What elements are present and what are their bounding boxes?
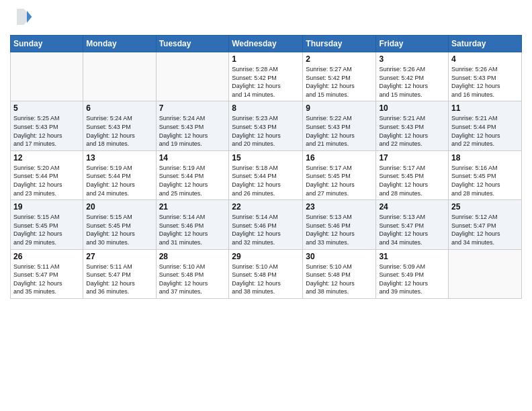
day-number: 2 bbox=[306, 54, 373, 64]
day-info: Sunrise: 5:23 AM Sunset: 5:43 PM Dayligh… bbox=[232, 114, 300, 148]
calendar-cell: 16Sunrise: 5:17 AM Sunset: 5:45 PM Dayli… bbox=[303, 150, 376, 199]
weekday-header-thursday: Thursday bbox=[303, 36, 376, 52]
calendar-cell: 24Sunrise: 5:13 AM Sunset: 5:47 PM Dayli… bbox=[376, 200, 449, 249]
day-info: Sunrise: 5:24 AM Sunset: 5:43 PM Dayligh… bbox=[159, 114, 226, 148]
day-info: Sunrise: 5:18 AM Sunset: 5:44 PM Dayligh… bbox=[232, 164, 300, 197]
weekday-header-tuesday: Tuesday bbox=[156, 36, 229, 52]
day-info: Sunrise: 5:24 AM Sunset: 5:43 PM Dayligh… bbox=[86, 114, 152, 148]
calendar-cell bbox=[83, 52, 156, 101]
day-number: 18 bbox=[451, 153, 519, 163]
day-info: Sunrise: 5:14 AM Sunset: 5:46 PM Dayligh… bbox=[159, 213, 226, 246]
day-number: 29 bbox=[232, 252, 300, 261]
day-info: Sunrise: 5:16 AM Sunset: 5:45 PM Dayligh… bbox=[451, 164, 519, 197]
calendar-cell: 23Sunrise: 5:13 AM Sunset: 5:46 PM Dayli… bbox=[303, 200, 376, 249]
day-number: 10 bbox=[379, 103, 445, 113]
day-number: 25 bbox=[451, 202, 519, 212]
day-info: Sunrise: 5:28 AM Sunset: 5:42 PM Dayligh… bbox=[232, 65, 300, 99]
calendar-cell: 2Sunrise: 5:27 AM Sunset: 5:42 PM Daylig… bbox=[303, 52, 376, 101]
calendar-cell: 8Sunrise: 5:23 AM Sunset: 5:43 PM Daylig… bbox=[229, 101, 303, 150]
calendar-cell bbox=[11, 52, 83, 101]
day-info: Sunrise: 5:26 AM Sunset: 5:42 PM Dayligh… bbox=[379, 65, 445, 99]
day-info: Sunrise: 5:09 AM Sunset: 5:49 PM Dayligh… bbox=[379, 263, 445, 296]
header bbox=[10, 7, 522, 30]
calendar-cell: 13Sunrise: 5:19 AM Sunset: 5:44 PM Dayli… bbox=[83, 150, 156, 199]
day-info: Sunrise: 5:26 AM Sunset: 5:43 PM Dayligh… bbox=[451, 65, 519, 99]
day-number: 28 bbox=[159, 252, 226, 261]
calendar-cell: 27Sunrise: 5:11 AM Sunset: 5:47 PM Dayli… bbox=[83, 249, 156, 298]
day-info: Sunrise: 5:11 AM Sunset: 5:47 PM Dayligh… bbox=[13, 263, 80, 296]
day-number: 3 bbox=[379, 54, 445, 64]
calendar-cell: 7Sunrise: 5:24 AM Sunset: 5:43 PM Daylig… bbox=[156, 101, 229, 150]
calendar-cell: 6Sunrise: 5:24 AM Sunset: 5:43 PM Daylig… bbox=[83, 101, 156, 150]
day-info: Sunrise: 5:20 AM Sunset: 5:44 PM Dayligh… bbox=[13, 164, 80, 197]
calendar-cell: 29Sunrise: 5:10 AM Sunset: 5:48 PM Dayli… bbox=[229, 249, 303, 298]
day-number: 14 bbox=[159, 153, 226, 163]
calendar-cell: 28Sunrise: 5:10 AM Sunset: 5:48 PM Dayli… bbox=[156, 249, 229, 298]
calendar-cell: 10Sunrise: 5:21 AM Sunset: 5:43 PM Dayli… bbox=[376, 101, 449, 150]
calendar-cell: 4Sunrise: 5:26 AM Sunset: 5:43 PM Daylig… bbox=[449, 52, 522, 101]
day-info: Sunrise: 5:13 AM Sunset: 5:47 PM Dayligh… bbox=[379, 213, 445, 246]
weekday-header-monday: Monday bbox=[83, 36, 156, 52]
calendar-cell: 25Sunrise: 5:12 AM Sunset: 5:47 PM Dayli… bbox=[449, 200, 522, 249]
logo-icon bbox=[13, 7, 33, 27]
calendar-cell bbox=[449, 249, 522, 298]
day-info: Sunrise: 5:19 AM Sunset: 5:44 PM Dayligh… bbox=[86, 164, 152, 197]
day-info: Sunrise: 5:22 AM Sunset: 5:43 PM Dayligh… bbox=[306, 114, 373, 148]
weekday-header-sunday: Sunday bbox=[11, 36, 83, 52]
weekday-header-wednesday: Wednesday bbox=[229, 36, 303, 52]
day-number: 24 bbox=[379, 202, 445, 212]
day-number: 27 bbox=[86, 252, 152, 261]
calendar-cell bbox=[156, 52, 229, 101]
day-number: 12 bbox=[13, 153, 80, 163]
calendar-cell: 18Sunrise: 5:16 AM Sunset: 5:45 PM Dayli… bbox=[449, 150, 522, 199]
calendar-cell: 11Sunrise: 5:21 AM Sunset: 5:44 PM Dayli… bbox=[449, 101, 522, 150]
day-info: Sunrise: 5:10 AM Sunset: 5:48 PM Dayligh… bbox=[306, 263, 373, 296]
day-info: Sunrise: 5:12 AM Sunset: 5:47 PM Dayligh… bbox=[451, 213, 519, 246]
calendar-cell: 22Sunrise: 5:14 AM Sunset: 5:46 PM Dayli… bbox=[229, 200, 303, 249]
day-number: 22 bbox=[232, 202, 300, 212]
calendar-week-row: 1Sunrise: 5:28 AM Sunset: 5:42 PM Daylig… bbox=[11, 52, 522, 101]
calendar-cell: 1Sunrise: 5:28 AM Sunset: 5:42 PM Daylig… bbox=[229, 52, 303, 101]
calendar-week-row: 26Sunrise: 5:11 AM Sunset: 5:47 PM Dayli… bbox=[11, 249, 522, 298]
calendar-cell: 17Sunrise: 5:17 AM Sunset: 5:45 PM Dayli… bbox=[376, 150, 449, 199]
day-info: Sunrise: 5:21 AM Sunset: 5:43 PM Dayligh… bbox=[379, 114, 445, 148]
calendar-cell: 20Sunrise: 5:15 AM Sunset: 5:45 PM Dayli… bbox=[83, 200, 156, 249]
calendar-table: SundayMondayTuesdayWednesdayThursdayFrid… bbox=[10, 35, 522, 299]
page: SundayMondayTuesdayWednesdayThursdayFrid… bbox=[0, 0, 532, 411]
calendar-week-row: 19Sunrise: 5:15 AM Sunset: 5:45 PM Dayli… bbox=[11, 200, 522, 249]
weekday-header-friday: Friday bbox=[376, 36, 449, 52]
calendar-cell: 3Sunrise: 5:26 AM Sunset: 5:42 PM Daylig… bbox=[376, 52, 449, 101]
day-number: 16 bbox=[306, 153, 373, 163]
day-info: Sunrise: 5:27 AM Sunset: 5:42 PM Dayligh… bbox=[306, 65, 373, 99]
day-info: Sunrise: 5:17 AM Sunset: 5:45 PM Dayligh… bbox=[306, 164, 373, 197]
day-number: 4 bbox=[451, 54, 519, 64]
day-number: 31 bbox=[379, 252, 445, 261]
calendar-cell: 31Sunrise: 5:09 AM Sunset: 5:49 PM Dayli… bbox=[376, 249, 449, 298]
calendar-cell: 21Sunrise: 5:14 AM Sunset: 5:46 PM Dayli… bbox=[156, 200, 229, 249]
day-info: Sunrise: 5:17 AM Sunset: 5:45 PM Dayligh… bbox=[379, 164, 445, 197]
day-info: Sunrise: 5:10 AM Sunset: 5:48 PM Dayligh… bbox=[159, 263, 226, 296]
calendar-cell: 19Sunrise: 5:15 AM Sunset: 5:45 PM Dayli… bbox=[11, 200, 83, 249]
day-number: 11 bbox=[451, 103, 519, 113]
day-number: 17 bbox=[379, 153, 445, 163]
day-number: 21 bbox=[159, 202, 226, 212]
day-number: 19 bbox=[13, 202, 80, 212]
day-number: 9 bbox=[306, 103, 373, 113]
day-number: 23 bbox=[306, 202, 373, 212]
day-info: Sunrise: 5:25 AM Sunset: 5:43 PM Dayligh… bbox=[13, 114, 80, 148]
day-number: 7 bbox=[159, 103, 226, 113]
day-info: Sunrise: 5:14 AM Sunset: 5:46 PM Dayligh… bbox=[232, 213, 300, 246]
calendar-week-row: 12Sunrise: 5:20 AM Sunset: 5:44 PM Dayli… bbox=[11, 150, 522, 199]
calendar-week-row: 5Sunrise: 5:25 AM Sunset: 5:43 PM Daylig… bbox=[11, 101, 522, 150]
calendar-cell: 26Sunrise: 5:11 AM Sunset: 5:47 PM Dayli… bbox=[11, 249, 83, 298]
day-info: Sunrise: 5:15 AM Sunset: 5:45 PM Dayligh… bbox=[13, 213, 80, 246]
day-info: Sunrise: 5:19 AM Sunset: 5:44 PM Dayligh… bbox=[159, 164, 226, 197]
day-number: 6 bbox=[86, 103, 152, 113]
day-number: 1 bbox=[232, 54, 300, 64]
day-info: Sunrise: 5:15 AM Sunset: 5:45 PM Dayligh… bbox=[86, 213, 152, 246]
day-number: 30 bbox=[306, 252, 373, 261]
calendar-cell: 12Sunrise: 5:20 AM Sunset: 5:44 PM Dayli… bbox=[11, 150, 83, 199]
calendar-cell: 14Sunrise: 5:19 AM Sunset: 5:44 PM Dayli… bbox=[156, 150, 229, 199]
calendar-cell: 5Sunrise: 5:25 AM Sunset: 5:43 PM Daylig… bbox=[11, 101, 83, 150]
day-number: 13 bbox=[86, 153, 152, 163]
